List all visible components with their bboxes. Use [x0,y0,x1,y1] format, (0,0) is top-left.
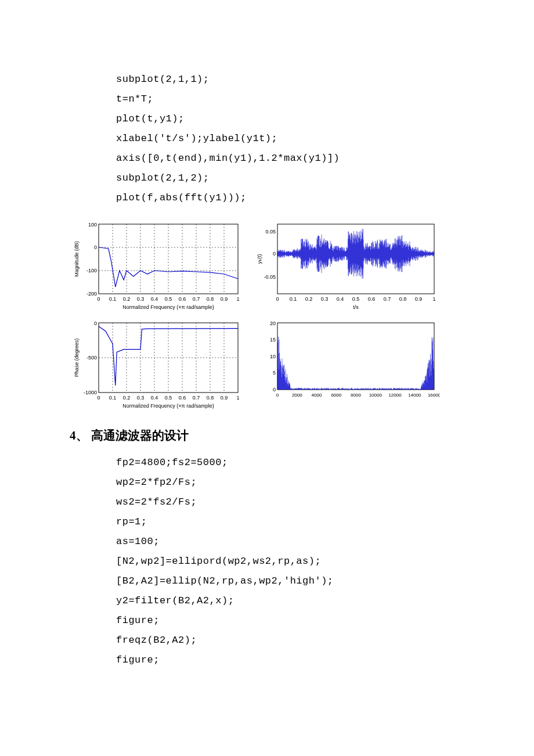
code-line: fp2=4800;fs2=5000; [116,453,464,473]
ylabel: Magnitude (dB) [74,241,80,277]
section-title: 高通滤波器的设计 [91,429,189,442]
xtick: 0.4 [151,395,158,401]
code-line: figure; [116,650,464,670]
xtick: 0 [97,395,100,401]
xtick: 0.8 [207,296,214,302]
xtick: 14000 [408,393,421,398]
xtick: 0.3 [137,296,145,302]
xtick: 0.9 [221,296,228,302]
ytick: -100 [86,268,97,273]
xtick: 0.5 [352,296,360,302]
ytick: 15 [270,337,276,343]
xtick: 0.1 [109,296,117,302]
xlabel: t/s [353,304,359,310]
ytick: 0 [273,251,276,257]
xtick: 0 [276,393,279,398]
xtick: 0.1 [290,296,297,302]
ytick: 0 [94,321,97,326]
code-line: freqz(B2,A2); [116,631,464,650]
xtick: 0.6 [179,296,186,302]
xlabel: Normalized Frequency (×π rad/sample) [122,304,214,310]
ytick: 100 [88,222,97,228]
section-heading: 4、 高通滤波器的设计 [70,427,464,444]
ytick: 0 [273,387,276,393]
xtick: 1 [432,296,435,302]
ytick: 5 [273,370,276,376]
svg-rect-564 [277,323,434,390]
xtick: 0 [276,296,279,302]
code-line: y2=filter(B2,A2,x); [116,591,464,611]
xtick: 1 [236,395,239,401]
xtick: 0.1 [109,395,117,401]
code-line: t=n*T; [116,89,464,109]
ytick: -200 [86,291,97,297]
figure-group: 100 0 -100 -200 0 0.1 0.2 0.3 0.4 0.5 0.… [70,218,464,410]
figure-column-right: 0.05 0 -0.05 0 0.1 0.2 0.3 0.4 0.5 0.6 0… [254,218,440,410]
ylabel: Phase (degrees) [74,339,80,377]
section-number: 4、 [70,429,88,442]
xtick: 0.8 [207,395,214,401]
code-block-1: subplot(2,1,1); t=n*T; plot(t,y1); xlabe… [116,70,464,208]
code-line: [N2,wp2]=ellipord(wp2,ws2,rp,as); [116,552,464,571]
xtick: 16000 [428,393,440,398]
code-line: rp=1; [116,512,464,532]
code-line: axis([0,t(end),min(y1),1.2*max(y1)]) [116,149,464,168]
xtick: 1 [236,296,239,302]
xtick: 0.9 [415,296,423,302]
xtick: 0.4 [151,296,158,302]
xtick: 0.5 [165,395,172,401]
xtick: 0.9 [221,395,228,401]
xtick: 0.5 [165,296,172,302]
code-line: xlabel('t/s');ylabel(y1t); [116,129,464,149]
xtick: 0.6 [179,395,186,401]
code-line: [B2,A2]=ellip(N2,rp,as,wp2,'high'); [116,571,464,591]
xtick: 0.2 [123,395,131,401]
xtick: 0.7 [193,395,200,401]
chart-spectrum: 20 15 10 5 0 0 2000 4000 6000 8000 10000… [254,317,440,404]
ytick: 0 [94,244,97,250]
chart-phase: 0 -500 -1000 0 0.1 0.2 0.3 0.4 0.5 0.6 0… [70,317,244,410]
chart-magnitude: 100 0 -100 -200 0 0.1 0.2 0.3 0.4 0.5 0.… [70,218,244,311]
ytick: -0.05 [264,274,276,280]
code-line: plot(f,abs(fft(y1))); [116,188,464,208]
ytick: 10 [270,354,276,359]
ytick: -500 [86,355,97,361]
code-line: subplot(2,1,1); [116,70,464,89]
figure-column-left: 100 0 -100 -200 0 0.1 0.2 0.3 0.4 0.5 0.… [70,218,244,410]
xtick: 6000 [331,393,341,398]
code-line: figure; [116,611,464,631]
xtick: 0.7 [193,296,200,302]
xtick: 0.3 [321,296,329,302]
code-line: wp2=2*fp2/Fs; [116,473,464,492]
code-line: as=100; [116,532,464,552]
xtick: 4000 [312,393,322,398]
xlabel: Normalized Frequency (×π rad/sample) [122,403,214,409]
xtick: 10000 [369,393,383,398]
xtick: 0.7 [384,296,391,302]
xtick: 0.2 [305,296,313,302]
ylabel: y₁(t) [257,254,262,264]
xtick: 0.3 [137,395,145,401]
code-line: plot(t,y1); [116,109,464,129]
xtick: 12000 [388,393,402,398]
xtick: 0.2 [123,296,131,302]
code-block-2: fp2=4800;fs2=5000; wp2=2*fp2/Fs; ws2=2*f… [116,453,464,670]
ytick: 20 [270,321,276,326]
code-line: ws2=2*fs2/Fs; [116,492,464,512]
code-line: subplot(2,1,2); [116,168,464,188]
xtick: 0.4 [337,296,344,302]
xtick: 0.8 [399,296,407,302]
ytick: 0.05 [265,229,276,235]
xtick: 2000 [292,393,302,398]
xtick: 0 [97,296,100,302]
xtick: 8000 [351,393,361,398]
xtick: 0.6 [368,296,376,302]
chart-waveform: 0.05 0 -0.05 0 0.1 0.2 0.3 0.4 0.5 0.6 0… [254,218,440,311]
ytick: -1000 [84,390,97,395]
